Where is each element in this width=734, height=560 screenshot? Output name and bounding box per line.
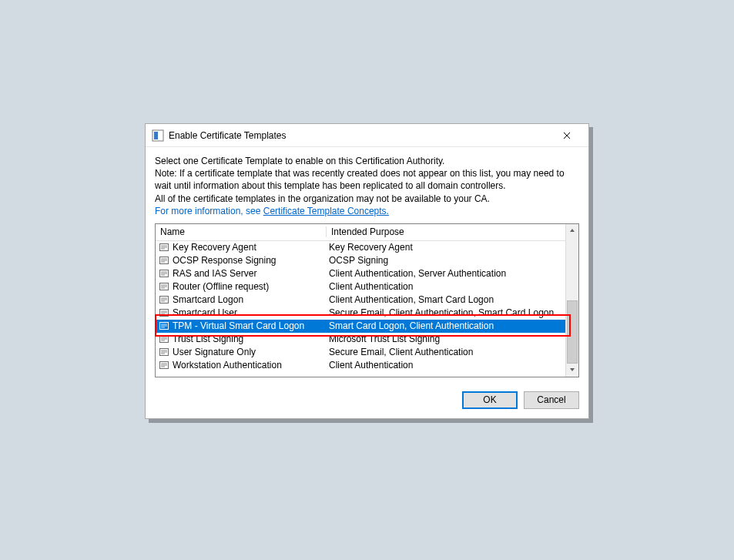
ok-button[interactable]: OK <box>462 391 518 409</box>
list-item[interactable]: Key Recovery AgentKey Recovery Agent <box>156 241 565 254</box>
dialog-body: Select one Certificate Template to enabl… <box>146 147 588 418</box>
certificate-template-icon <box>159 268 169 279</box>
template-purpose: OCSP Signing <box>329 255 562 266</box>
list-content: Name Intended Purpose Key Recovery Agent… <box>156 224 565 377</box>
template-name: Key Recovery Agent <box>173 242 329 253</box>
certificate-template-icon <box>159 281 169 292</box>
template-name: TPM - Virtual Smart Card Logon <box>173 320 329 331</box>
template-name: Workstation Authentication <box>173 360 329 371</box>
scroll-thumb[interactable] <box>567 300 578 364</box>
template-purpose: Key Recovery Agent <box>329 242 562 253</box>
cancel-button[interactable]: Cancel <box>524 391 579 409</box>
scroll-track[interactable] <box>566 237 578 364</box>
template-purpose: Client Authentication <box>329 281 562 292</box>
template-name: User Signature Only <box>173 347 329 357</box>
titlebar: Enable Certificate Templates <box>146 124 588 147</box>
list-item[interactable]: TPM - Virtual Smart Card LogonSmart Card… <box>156 320 565 333</box>
list-item[interactable]: OCSP Response SigningOCSP Signing <box>156 254 565 267</box>
header-purpose[interactable]: Intended Purpose <box>326 226 565 237</box>
list-item[interactable]: Smartcard UserSecure Email, Client Authe… <box>156 307 565 320</box>
template-name: OCSP Response Signing <box>173 255 329 266</box>
description-line3: All of the certificate templates in the … <box>155 193 579 205</box>
certificate-template-icon <box>159 242 169 253</box>
scroll-up-button[interactable] <box>566 224 578 237</box>
certificate-template-icon <box>159 307 169 318</box>
list-item[interactable]: Router (Offline request)Client Authentic… <box>156 280 565 293</box>
list-item[interactable]: Smartcard LogonClient Authentication, Sm… <box>156 293 565 307</box>
description-line1: Select one Certificate Template to enabl… <box>155 155 579 167</box>
certificate-template-icon <box>159 255 169 266</box>
app-icon <box>152 129 164 142</box>
close-button[interactable] <box>550 125 584 146</box>
list-item[interactable]: Trust List SigningMicrosoft Trust List S… <box>156 333 565 346</box>
dialog-title: Enable Certificate Templates <box>169 130 550 141</box>
template-name: Router (Offline request) <box>173 281 329 292</box>
scroll-down-button[interactable] <box>566 364 578 377</box>
button-row: OK Cancel <box>155 391 579 409</box>
svg-rect-1 <box>154 132 158 139</box>
template-purpose: Microsoft Trust List Signing <box>329 334 562 344</box>
template-purpose: Secure Email, Client Authentication, Sma… <box>329 307 562 318</box>
list-item[interactable]: Workstation AuthenticationClient Authent… <box>156 359 565 372</box>
template-purpose: Client Authentication <box>329 360 562 371</box>
template-name: Smartcard Logon <box>173 294 329 305</box>
template-purpose: Secure Email, Client Authentication <box>329 347 562 357</box>
templates-listbox[interactable]: Name Intended Purpose Key Recovery Agent… <box>155 223 579 377</box>
description-line2: Note: If a certificate template that was… <box>155 167 579 192</box>
cert-template-concepts-link[interactable]: Certificate Template Concepts. <box>263 206 389 216</box>
certificate-template-icon <box>159 347 169 357</box>
template-purpose: Client Authentication, Smart Card Logon <box>329 294 562 305</box>
template-name: Trust List Signing <box>173 334 329 344</box>
list-item[interactable]: User Signature OnlySecure Email, Client … <box>156 346 565 359</box>
list-item[interactable]: RAS and IAS ServerClient Authentication,… <box>156 267 565 280</box>
header-name[interactable]: Name <box>156 226 326 237</box>
list-headers: Name Intended Purpose <box>156 224 565 241</box>
certificate-template-icon <box>159 334 169 344</box>
template-purpose: Client Authentication, Server Authentica… <box>329 268 562 279</box>
certificate-template-icon <box>159 294 169 305</box>
enable-cert-templates-dialog: Enable Certificate Templates Select one … <box>145 123 589 419</box>
certificate-template-icon <box>159 320 169 331</box>
template-name: RAS and IAS Server <box>173 268 329 279</box>
vertical-scrollbar[interactable] <box>565 224 578 377</box>
certificate-template-icon <box>159 360 169 371</box>
template-purpose: Smart Card Logon, Client Authentication <box>329 320 562 331</box>
list-rows: Key Recovery AgentKey Recovery AgentOCSP… <box>156 241 565 372</box>
more-info-prefix: For more information, see <box>155 206 263 216</box>
template-name: Smartcard User <box>173 307 329 318</box>
more-info-line: For more information, see Certificate Te… <box>155 205 579 217</box>
